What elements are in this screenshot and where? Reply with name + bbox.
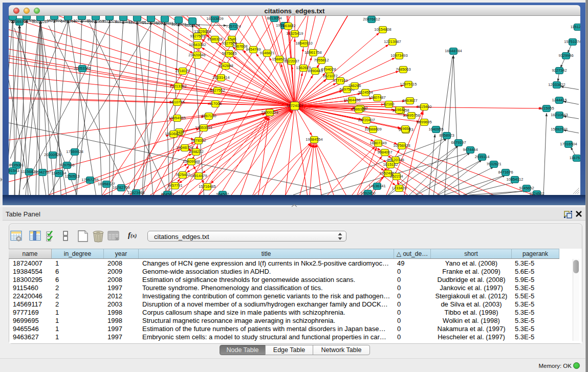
svg-text:15751074: 15751074 bbox=[564, 39, 580, 44]
svg-text:2967608: 2967608 bbox=[232, 44, 247, 49]
svg-text:19654: 19654 bbox=[400, 126, 411, 131]
svg-text:1640955: 1640955 bbox=[428, 127, 443, 132]
svg-text:1244415: 1244415 bbox=[552, 98, 567, 102]
svg-text:10688609: 10688609 bbox=[364, 127, 381, 132]
svg-text:16961758: 16961758 bbox=[304, 50, 321, 55]
svg-text:17359928: 17359928 bbox=[66, 149, 83, 154]
svg-text:9474444: 9474444 bbox=[463, 147, 477, 152]
svg-text:13353594: 13353594 bbox=[195, 125, 212, 130]
svg-text:1527602: 1527602 bbox=[47, 18, 61, 23]
svg-text:9245652: 9245652 bbox=[519, 186, 534, 190]
svg-text:9457791: 9457791 bbox=[167, 183, 182, 188]
svg-text:9242848: 9242848 bbox=[218, 63, 233, 68]
svg-text:17957255: 17957255 bbox=[81, 178, 98, 182]
svg-text:16914479: 16914479 bbox=[190, 173, 207, 178]
svg-text:1145134: 1145134 bbox=[52, 171, 67, 176]
svg-text:17016504: 17016504 bbox=[560, 142, 577, 146]
svg-text:1250513: 1250513 bbox=[64, 174, 79, 179]
svg-text:15692971: 15692971 bbox=[551, 127, 568, 132]
svg-text:19106829: 19106829 bbox=[165, 132, 182, 136]
svg-text:18807249: 18807249 bbox=[369, 141, 386, 145]
svg-text:19384554: 19384554 bbox=[306, 137, 322, 142]
svg-text:19654985: 19654985 bbox=[168, 116, 185, 120]
svg-text:28031414: 28031414 bbox=[212, 75, 229, 80]
svg-text:16210643: 16210643 bbox=[551, 113, 568, 117]
svg-text:8267130: 8267130 bbox=[201, 114, 216, 118]
svg-text:7663822: 7663822 bbox=[280, 24, 295, 28]
svg-text:62160: 62160 bbox=[384, 102, 395, 106]
svg-text:12975115: 12975115 bbox=[400, 82, 417, 86]
svg-text:2935114: 2935114 bbox=[475, 155, 490, 159]
svg-text:20053346: 20053346 bbox=[74, 66, 91, 71]
svg-text:9084067: 9084067 bbox=[377, 150, 392, 155]
svg-text:9329946: 9329946 bbox=[558, 53, 573, 58]
svg-text:20200526: 20200526 bbox=[44, 152, 61, 157]
svg-text:12213382: 12213382 bbox=[169, 84, 186, 89]
svg-text:10854112: 10854112 bbox=[507, 177, 524, 182]
svg-text:23300293: 23300293 bbox=[261, 110, 278, 115]
svg-text:8454749: 8454749 bbox=[246, 47, 260, 52]
svg-text:8935001: 8935001 bbox=[9, 163, 24, 167]
svg-text:9227342: 9227342 bbox=[552, 68, 567, 73]
svg-text:10973493: 10973493 bbox=[390, 53, 407, 58]
svg-text:8471676: 8471676 bbox=[498, 170, 513, 174]
svg-text:13495758: 13495758 bbox=[403, 113, 420, 118]
svg-text:8958923: 8958923 bbox=[439, 133, 454, 138]
svg-text:1092450: 1092450 bbox=[360, 191, 375, 195]
svg-text:1167534: 1167534 bbox=[570, 156, 580, 160]
svg-text:1151234: 1151234 bbox=[571, 25, 580, 29]
svg-text:16648784: 16648784 bbox=[445, 49, 462, 53]
svg-text:746266: 746266 bbox=[348, 83, 361, 88]
svg-text:23420046: 23420046 bbox=[188, 53, 205, 57]
svg-text:18724007: 18724007 bbox=[286, 103, 303, 108]
svg-text:117006: 117006 bbox=[209, 101, 222, 106]
svg-text:8427552: 8427552 bbox=[210, 88, 225, 93]
svg-text:3215955: 3215955 bbox=[539, 106, 554, 111]
svg-text:12942737: 12942737 bbox=[34, 170, 51, 174]
svg-text:7632621: 7632621 bbox=[486, 162, 501, 166]
svg-text:1615132: 1615132 bbox=[383, 162, 398, 167]
svg-text:8990443: 8990443 bbox=[308, 69, 322, 73]
svg-text:5875685: 5875685 bbox=[222, 51, 236, 56]
svg-text:9777169: 9777169 bbox=[333, 78, 347, 83]
svg-text:6899695: 6899695 bbox=[417, 120, 431, 124]
svg-text:18640910: 18640910 bbox=[295, 41, 312, 46]
svg-text:7986322: 7986322 bbox=[351, 107, 366, 112]
svg-text:964502: 964502 bbox=[216, 192, 229, 195]
svg-text:7357224: 7357224 bbox=[226, 24, 241, 29]
svg-text:10807487: 10807487 bbox=[368, 95, 385, 100]
svg-text:1964: 1964 bbox=[395, 107, 404, 112]
svg-text:8186328: 8186328 bbox=[207, 37, 222, 41]
svg-text:9146821: 9146821 bbox=[259, 51, 274, 55]
svg-text:8660124: 8660124 bbox=[185, 23, 200, 28]
svg-text:12033822: 12033822 bbox=[548, 82, 565, 87]
svg-text:11325419: 11325419 bbox=[287, 31, 303, 36]
svg-text:3624554: 3624554 bbox=[358, 90, 373, 95]
svg-text:8813054: 8813054 bbox=[267, 16, 281, 20]
svg-text:1663822: 1663822 bbox=[171, 22, 186, 27]
svg-text:12923468: 12923468 bbox=[127, 190, 144, 195]
svg-text:16033809: 16033809 bbox=[206, 16, 223, 21]
svg-text:10154808: 10154808 bbox=[374, 27, 391, 32]
svg-text:252214: 252214 bbox=[390, 174, 403, 179]
svg-text:14136141: 14136141 bbox=[368, 184, 385, 188]
svg-text:6879197: 6879197 bbox=[451, 140, 466, 145]
svg-text:14055724: 14055724 bbox=[11, 19, 28, 24]
svg-text:8322037: 8322037 bbox=[284, 59, 299, 63]
svg-text:15409948: 15409948 bbox=[183, 159, 200, 164]
svg-text:7625402: 7625402 bbox=[175, 172, 190, 177]
svg-text:6794028: 6794028 bbox=[321, 67, 336, 72]
svg-text:9878332: 9878332 bbox=[191, 138, 206, 143]
svg-text:1621072: 1621072 bbox=[322, 74, 337, 78]
svg-text:391543: 391543 bbox=[9, 168, 19, 173]
svg-text:874563: 874563 bbox=[161, 192, 173, 195]
svg-text:9324502: 9324502 bbox=[529, 191, 544, 195]
svg-text:10543382: 10543382 bbox=[189, 42, 206, 47]
svg-text:1733426: 1733426 bbox=[391, 186, 406, 190]
svg-text:1610755: 1610755 bbox=[169, 100, 184, 104]
svg-text:9297586: 9297586 bbox=[59, 163, 74, 167]
svg-text:3498222: 3498222 bbox=[188, 149, 203, 154]
svg-text:20876812: 20876812 bbox=[363, 17, 380, 21]
svg-text:9327503: 9327503 bbox=[190, 34, 205, 38]
svg-text:2718170: 2718170 bbox=[175, 69, 190, 73]
